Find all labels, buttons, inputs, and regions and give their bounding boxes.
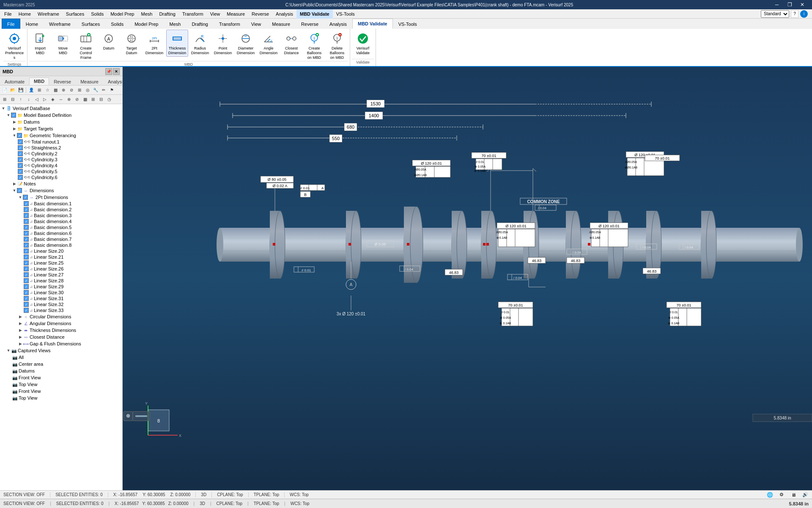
menu-transform[interactable]: Transform	[179, 9, 207, 19]
tree-linear-28[interactable]: ✓⊿Linear Size.28	[0, 278, 122, 284]
tab-file[interactable]: File	[2, 19, 20, 29]
tree-basic-dim8[interactable]: ✓⊿Basic dimension.8	[0, 242, 122, 248]
btn-point-dimension[interactable]: PointDimension	[212, 30, 234, 57]
tab-measure[interactable]: Measure	[266, 19, 296, 29]
menu-solids[interactable]: Solids	[88, 9, 107, 19]
tree-dimensions[interactable]: ▼ ✓ ↔ Dimensions	[0, 187, 122, 194]
tree-geometric-tolerancing[interactable]: ▼ ✓ 📁 Geometric Tolerancing	[0, 132, 122, 139]
view-dropdown[interactable]: Standard	[761, 10, 789, 18]
gap-flush-toggle[interactable]: ▶	[18, 341, 23, 346]
info-button[interactable]: i	[800, 10, 808, 18]
cyl2-check[interactable]: ✓	[18, 151, 23, 156]
dims-toggle[interactable]: ▼	[12, 188, 17, 193]
tree-model-based-def[interactable]: ▼ ✓ 📁 Model Based Definition	[0, 112, 122, 119]
tb-star[interactable]: ☆	[44, 86, 51, 94]
restore-button[interactable]: ❐	[783, 0, 796, 9]
tree-cylindricity-2[interactable]: ✓ ⟲⟲ Cylindricity.2	[0, 151, 122, 157]
tree-view-datums[interactable]: 📷 Datums	[0, 367, 122, 374]
tree-gap-flush[interactable]: ▶ ⟺ Gap & Flush Dimensions	[0, 340, 122, 347]
btn-verisurf-preferences[interactable]: VerisurfPreferences	[3, 30, 25, 61]
menu-home[interactable]: Home	[15, 9, 34, 19]
tree-basic-dim1[interactable]: ✓⊿Basic dimension.1	[0, 201, 122, 207]
tree-cylindricity-4[interactable]: ✓ ⟲⟲ Cylindricity.4	[0, 163, 122, 168]
tb-more7[interactable]: ⚑	[108, 86, 115, 94]
geom-tol-toggle[interactable]: ▼	[12, 133, 17, 138]
tree-linear-21[interactable]: ✓⊿Linear Size.21	[0, 254, 122, 260]
btn-angle-dimension[interactable]: ∠ AngleDimension	[258, 30, 280, 57]
tree-linear-32[interactable]: ✓⊿Linear Size.32	[0, 301, 122, 307]
tree-angular-dims[interactable]: ▶ ∠ Angular Dimensions	[0, 320, 122, 327]
tab-wireframe[interactable]: Wireframe	[44, 19, 76, 29]
cyl5-check[interactable]: ✓	[18, 169, 23, 174]
tree-basic-dim5[interactable]: ✓⊿Basic dimension.5	[0, 224, 122, 230]
tb2-11[interactable]: ▦	[81, 96, 89, 103]
tab-surfaces[interactable]: Surfaces	[76, 19, 105, 29]
close-button[interactable]: ✕	[796, 0, 809, 9]
tree-straightness[interactable]: ✓ ⟲⟲ Straightness.2	[0, 145, 122, 151]
tree-datums[interactable]: ▶ 📁 Datums	[0, 119, 122, 125]
btn-delete-balloons[interactable]: 1 Delete Balloonson MBD	[326, 30, 348, 61]
menu-model-prep[interactable]: Model Prep	[107, 9, 137, 19]
subtab-automate[interactable]: Automate	[0, 78, 29, 85]
tb-person[interactable]: 👤	[27, 86, 35, 94]
tree-linear-27[interactable]: ✓⊿Linear Size.27	[0, 272, 122, 278]
tree-circular-dims[interactable]: ▶ ○ Circular Dimensions	[0, 313, 122, 320]
tree-cylindricity-5[interactable]: ✓ ⟲⟲ Cylindricity.5	[0, 168, 122, 174]
tree-captured-views[interactable]: ▼ 📷 Captured Views	[0, 347, 122, 354]
tb2-14[interactable]: ◷	[105, 96, 113, 103]
notes-toggle[interactable]: ▶	[12, 181, 17, 186]
menu-surfaces[interactable]: Surfaces	[63, 9, 88, 19]
cad-canvas[interactable]: 1530 1400 680 550	[123, 67, 812, 490]
tree-view-front2[interactable]: 📷 Front View	[0, 388, 122, 395]
tree-view-top1[interactable]: 📷 Top View	[0, 381, 122, 388]
tab-drafting[interactable]: Drafting	[186, 19, 214, 29]
btn-2pt-dimension[interactable]: 2Pt 2PtDimension	[143, 30, 165, 57]
subtab-analysis[interactable]: Analysis	[103, 78, 123, 85]
tree-linear-30[interactable]: ✓⊿Linear Size.30	[0, 290, 122, 295]
tree-basic-dim2[interactable]: ✓⊿Basic dimension.2	[0, 207, 122, 213]
tb-grid[interactable]: ⊞	[36, 86, 43, 94]
tree-linear-26[interactable]: ✓⊿Linear Size.26	[0, 266, 122, 272]
menu-measure[interactable]: Measure	[223, 9, 248, 19]
closest-dist-toggle[interactable]: ▶	[18, 334, 23, 340]
tb2-2[interactable]: ⊟	[9, 96, 16, 103]
tb-more1[interactable]: ⊕	[60, 86, 67, 94]
menu-drafting[interactable]: Drafting	[156, 9, 179, 19]
tb2-8[interactable]: ↔	[57, 96, 65, 103]
tab-mesh[interactable]: Mesh	[164, 19, 186, 29]
tab-model-prep[interactable]: Model Prep	[129, 19, 164, 29]
tb2-7[interactable]: ◈	[49, 96, 57, 103]
tab-transform[interactable]: Transform	[214, 19, 246, 29]
btn-import-mbd[interactable]: ImportMBD	[29, 30, 51, 57]
tree-basic-dim3[interactable]: ✓⊿Basic dimension.3	[0, 213, 122, 218]
angular-dims-toggle[interactable]: ▶	[18, 321, 23, 326]
tree-linear-25[interactable]: ✓⊿Linear Size.25	[0, 260, 122, 266]
btn-create-control-frame[interactable]: CreateControl Frame	[75, 30, 97, 61]
menu-analysis[interactable]: Analysis	[272, 9, 296, 19]
tree-cylindricity-6[interactable]: ✓ ⟲⟲ Cylindricity.6	[0, 174, 122, 180]
btn-verisurf-validate[interactable]: VerisurfValidate	[352, 30, 374, 57]
panel-pin-button[interactable]: 📌	[105, 68, 112, 75]
viewport[interactable]: 1530 1400 680 550	[123, 67, 812, 490]
tb2-4[interactable]: ↓	[25, 96, 33, 103]
btn-thickness-dimension[interactable]: ThicknessDimension	[166, 30, 188, 57]
tree-root[interactable]: ▼ 🗄 Verisurf DataBase	[0, 105, 122, 112]
targets-toggle[interactable]: ▶	[12, 126, 17, 131]
tree-closest-distance[interactable]: ▶ ⇿ Closest Distance	[0, 334, 122, 340]
menu-reverse[interactable]: Reverse	[248, 9, 272, 19]
tb-more2[interactable]: ⊘	[68, 86, 75, 94]
panel-close-button[interactable]: ✕	[113, 68, 120, 75]
tab-solids[interactable]: Solids	[105, 19, 129, 29]
tb-more5[interactable]: 🔧	[92, 86, 99, 94]
minimize-button[interactable]: ─	[771, 0, 783, 9]
tb2-12[interactable]: ⊞	[89, 96, 97, 103]
status-settings-btn[interactable]: ⚙	[778, 491, 785, 498]
tb-more4[interactable]: ◎	[84, 86, 91, 94]
tab-mbd-validate[interactable]: MBD Validate	[352, 19, 393, 29]
menu-mesh[interactable]: Mesh	[137, 9, 156, 19]
tree-view-center[interactable]: 📷 Center area	[0, 361, 122, 367]
tree-linear-29[interactable]: ✓⊿Linear Size.29	[0, 284, 122, 290]
tree-notes[interactable]: ▶ 📝 Notes	[0, 180, 122, 187]
menu-file[interactable]: File	[1, 9, 15, 19]
btn-move-mbd[interactable]: MoveMBD	[52, 30, 74, 57]
